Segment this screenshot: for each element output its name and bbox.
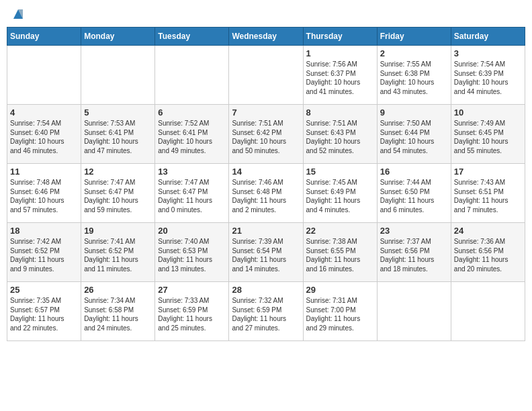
day-number: 2 <box>380 48 448 58</box>
day-info: Sunrise: 7:53 AM Sunset: 6:41 PM Dayligh… <box>84 119 152 155</box>
day-of-week-header: Wednesday <box>229 28 303 46</box>
calendar-cell: 10Sunrise: 7:49 AM Sunset: 6:45 PM Dayli… <box>451 105 525 164</box>
day-number: 12 <box>84 167 152 177</box>
day-info: Sunrise: 7:55 AM Sunset: 6:38 PM Dayligh… <box>380 60 448 96</box>
day-number: 26 <box>84 285 152 295</box>
day-number: 15 <box>306 167 374 177</box>
day-number: 6 <box>158 107 226 118</box>
day-of-week-header: Saturday <box>451 28 525 46</box>
calendar-cell <box>229 46 303 105</box>
calendar-week-row: 18Sunrise: 7:42 AM Sunset: 6:52 PM Dayli… <box>7 223 525 282</box>
header <box>7 7 525 21</box>
day-number: 14 <box>232 167 300 177</box>
day-of-week-header: Friday <box>377 28 451 46</box>
calendar-cell: 5Sunrise: 7:53 AM Sunset: 6:41 PM Daylig… <box>81 105 155 164</box>
calendar-cell: 14Sunrise: 7:46 AM Sunset: 6:48 PM Dayli… <box>229 164 303 223</box>
day-info: Sunrise: 7:31 AM Sunset: 7:00 PM Dayligh… <box>306 296 374 332</box>
calendar-table: SundayMondayTuesdayWednesdayThursdayFrid… <box>7 27 525 341</box>
calendar-cell: 13Sunrise: 7:47 AM Sunset: 6:47 PM Dayli… <box>155 164 229 223</box>
calendar-week-row: 1Sunrise: 7:56 AM Sunset: 6:37 PM Daylig… <box>7 46 525 105</box>
calendar-cell: 11Sunrise: 7:48 AM Sunset: 6:46 PM Dayli… <box>7 164 81 223</box>
calendar-cell: 7Sunrise: 7:51 AM Sunset: 6:42 PM Daylig… <box>229 105 303 164</box>
calendar-cell: 20Sunrise: 7:40 AM Sunset: 6:53 PM Dayli… <box>155 223 229 282</box>
day-info: Sunrise: 7:39 AM Sunset: 6:54 PM Dayligh… <box>232 237 300 273</box>
calendar-cell: 12Sunrise: 7:47 AM Sunset: 6:47 PM Dayli… <box>81 164 155 223</box>
day-number: 28 <box>232 285 300 295</box>
calendar-cell: 18Sunrise: 7:42 AM Sunset: 6:52 PM Dayli… <box>7 223 81 282</box>
calendar-cell: 22Sunrise: 7:38 AM Sunset: 6:55 PM Dayli… <box>303 223 377 282</box>
day-number: 1 <box>306 48 374 58</box>
day-number: 18 <box>10 226 78 236</box>
day-info: Sunrise: 7:41 AM Sunset: 6:52 PM Dayligh… <box>84 237 152 273</box>
calendar-cell: 2Sunrise: 7:55 AM Sunset: 6:38 PM Daylig… <box>377 46 451 105</box>
day-info: Sunrise: 7:51 AM Sunset: 6:42 PM Dayligh… <box>232 119 300 155</box>
day-info: Sunrise: 7:54 AM Sunset: 6:40 PM Dayligh… <box>10 119 78 155</box>
calendar-cell <box>7 46 81 105</box>
day-of-week-header: Sunday <box>7 28 81 46</box>
day-info: Sunrise: 7:36 AM Sunset: 6:56 PM Dayligh… <box>454 237 522 273</box>
calendar-cell: 17Sunrise: 7:43 AM Sunset: 6:51 PM Dayli… <box>451 164 525 223</box>
day-number: 23 <box>380 226 448 236</box>
calendar-cell: 28Sunrise: 7:32 AM Sunset: 6:59 PM Dayli… <box>229 282 303 341</box>
day-info: Sunrise: 7:46 AM Sunset: 6:48 PM Dayligh… <box>232 178 300 214</box>
calendar-header-row: SundayMondayTuesdayWednesdayThursdayFrid… <box>7 28 525 46</box>
day-number: 20 <box>158 226 226 236</box>
day-number: 29 <box>306 285 374 295</box>
calendar-cell: 8Sunrise: 7:51 AM Sunset: 6:43 PM Daylig… <box>303 105 377 164</box>
day-info: Sunrise: 7:34 AM Sunset: 6:58 PM Dayligh… <box>84 296 152 332</box>
day-of-week-header: Thursday <box>303 28 377 46</box>
calendar-cell: 6Sunrise: 7:52 AM Sunset: 6:41 PM Daylig… <box>155 105 229 164</box>
day-number: 24 <box>454 226 522 236</box>
day-number: 19 <box>84 226 152 236</box>
calendar-cell: 15Sunrise: 7:45 AM Sunset: 6:49 PM Dayli… <box>303 164 377 223</box>
calendar-cell <box>377 282 451 341</box>
day-info: Sunrise: 7:43 AM Sunset: 6:51 PM Dayligh… <box>454 178 522 214</box>
day-of-week-header: Monday <box>81 28 155 46</box>
day-info: Sunrise: 7:56 AM Sunset: 6:37 PM Dayligh… <box>306 60 374 96</box>
day-number: 27 <box>158 285 226 295</box>
day-number: 7 <box>232 107 300 118</box>
day-number: 8 <box>306 107 374 118</box>
day-number: 4 <box>10 107 78 118</box>
calendar-cell: 4Sunrise: 7:54 AM Sunset: 6:40 PM Daylig… <box>7 105 81 164</box>
calendar-week-row: 25Sunrise: 7:35 AM Sunset: 6:57 PM Dayli… <box>7 282 525 341</box>
calendar-cell: 23Sunrise: 7:37 AM Sunset: 6:56 PM Dayli… <box>377 223 451 282</box>
day-number: 22 <box>306 226 374 236</box>
day-info: Sunrise: 7:48 AM Sunset: 6:46 PM Dayligh… <box>10 178 78 214</box>
day-info: Sunrise: 7:47 AM Sunset: 6:47 PM Dayligh… <box>158 178 226 214</box>
calendar-cell: 16Sunrise: 7:44 AM Sunset: 6:50 PM Dayli… <box>377 164 451 223</box>
day-number: 16 <box>380 167 448 177</box>
calendar-cell: 21Sunrise: 7:39 AM Sunset: 6:54 PM Dayli… <box>229 223 303 282</box>
day-number: 21 <box>232 226 300 236</box>
calendar-cell <box>81 46 155 105</box>
calendar-cell: 1Sunrise: 7:56 AM Sunset: 6:37 PM Daylig… <box>303 46 377 105</box>
day-info: Sunrise: 7:47 AM Sunset: 6:47 PM Dayligh… <box>84 178 152 214</box>
day-info: Sunrise: 7:50 AM Sunset: 6:44 PM Dayligh… <box>380 119 448 155</box>
day-info: Sunrise: 7:49 AM Sunset: 6:45 PM Dayligh… <box>454 119 522 155</box>
day-number: 10 <box>454 107 522 118</box>
logo-icon <box>11 7 26 21</box>
calendar-cell: 3Sunrise: 7:54 AM Sunset: 6:39 PM Daylig… <box>451 46 525 105</box>
day-info: Sunrise: 7:35 AM Sunset: 6:57 PM Dayligh… <box>10 296 78 332</box>
day-info: Sunrise: 7:52 AM Sunset: 6:41 PM Dayligh… <box>158 119 226 155</box>
day-info: Sunrise: 7:45 AM Sunset: 6:49 PM Dayligh… <box>306 178 374 214</box>
day-info: Sunrise: 7:38 AM Sunset: 6:55 PM Dayligh… <box>306 237 374 273</box>
calendar-cell <box>155 46 229 105</box>
day-number: 25 <box>10 285 78 295</box>
day-info: Sunrise: 7:32 AM Sunset: 6:59 PM Dayligh… <box>232 296 300 332</box>
logo <box>9 7 26 21</box>
calendar-cell: 24Sunrise: 7:36 AM Sunset: 6:56 PM Dayli… <box>451 223 525 282</box>
day-of-week-header: Tuesday <box>155 28 229 46</box>
calendar-cell: 27Sunrise: 7:33 AM Sunset: 6:59 PM Dayli… <box>155 282 229 341</box>
calendar-week-row: 11Sunrise: 7:48 AM Sunset: 6:46 PM Dayli… <box>7 164 525 223</box>
day-number: 13 <box>158 167 226 177</box>
day-info: Sunrise: 7:40 AM Sunset: 6:53 PM Dayligh… <box>158 237 226 273</box>
calendar-cell: 25Sunrise: 7:35 AM Sunset: 6:57 PM Dayli… <box>7 282 81 341</box>
calendar-cell <box>451 282 525 341</box>
calendar-cell: 19Sunrise: 7:41 AM Sunset: 6:52 PM Dayli… <box>81 223 155 282</box>
calendar-week-row: 4Sunrise: 7:54 AM Sunset: 6:40 PM Daylig… <box>7 105 525 164</box>
day-info: Sunrise: 7:37 AM Sunset: 6:56 PM Dayligh… <box>380 237 448 273</box>
day-info: Sunrise: 7:54 AM Sunset: 6:39 PM Dayligh… <box>454 60 522 96</box>
day-info: Sunrise: 7:42 AM Sunset: 6:52 PM Dayligh… <box>10 237 78 273</box>
day-info: Sunrise: 7:44 AM Sunset: 6:50 PM Dayligh… <box>380 178 448 214</box>
